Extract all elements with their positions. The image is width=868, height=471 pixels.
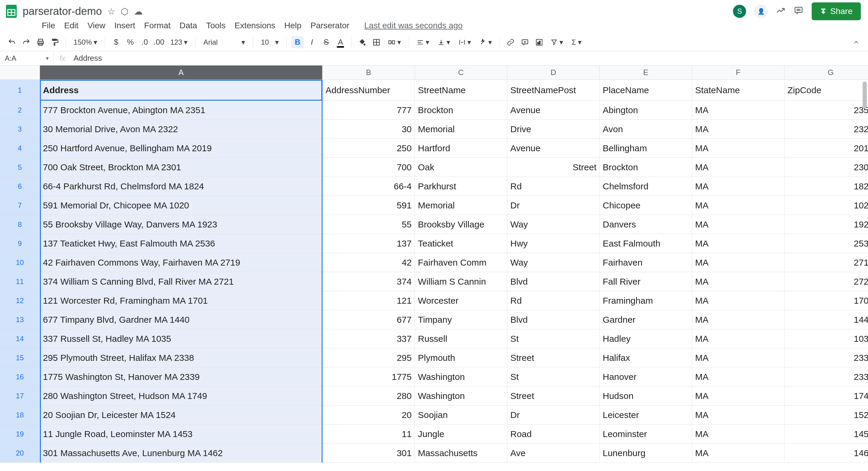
cell[interactable]: East Falmouth — [600, 234, 692, 253]
cell[interactable]: Massachusetts — [415, 444, 507, 463]
cell[interactable]: 374 William S Canning Blvd, Fall River M… — [40, 272, 322, 291]
spreadsheet-grid[interactable]: ABCDEFG1AddressAddressNumberStreetNameSt… — [0, 66, 868, 463]
last-edit-text[interactable]: Last edit was seconds ago — [364, 21, 463, 30]
cell[interactable]: Hanover — [600, 367, 692, 386]
cell[interactable]: Avenue — [507, 139, 600, 158]
menu-edit[interactable]: Edit — [64, 21, 79, 30]
cell[interactable]: Brockton — [600, 158, 692, 177]
row-header[interactable]: 15 — [0, 348, 40, 367]
font-select[interactable]: Arial ▾ — [200, 38, 248, 46]
collapse-toolbar-button[interactable] — [850, 36, 862, 48]
cell[interactable]: MA — [692, 367, 784, 386]
cell[interactable]: 2351 — [784, 101, 868, 120]
cloud-icon[interactable]: ☁ — [134, 6, 143, 17]
cell[interactable]: Brockton — [415, 101, 507, 120]
zoom-select[interactable]: 150% ▾ — [71, 38, 100, 46]
cell[interactable]: 1020 — [784, 196, 868, 215]
text-color-button[interactable]: A — [335, 36, 346, 48]
formula-input[interactable]: Address — [71, 54, 102, 63]
font-size-select[interactable]: 10 ▾ — [258, 38, 282, 46]
cell[interactable]: StateName — [692, 80, 784, 101]
share-button[interactable]: Share — [812, 2, 861, 20]
row-header[interactable]: 16 — [0, 367, 40, 386]
undo-button[interactable] — [6, 36, 18, 48]
cell[interactable]: Rd — [507, 291, 600, 310]
column-header[interactable]: C — [415, 66, 507, 80]
name-box[interactable]: A:A▾ — [0, 51, 54, 65]
cell[interactable]: Worcester — [415, 291, 507, 310]
cell[interactable]: Timpany — [415, 310, 507, 329]
cell[interactable]: 20 Soojian Dr, Leicester MA 1524 — [40, 405, 322, 425]
cell[interactable]: Avenue — [507, 101, 600, 120]
filter-button[interactable]: ▾ — [548, 38, 566, 46]
cell[interactable]: StreetName — [415, 80, 507, 101]
cell[interactable]: Hwy — [507, 234, 600, 253]
menu-help[interactable]: Help — [284, 21, 302, 30]
cell[interactable]: Blvd — [507, 310, 600, 329]
cell[interactable]: Memorial — [415, 196, 507, 215]
cell[interactable]: MA — [692, 272, 784, 291]
cell[interactable]: Street — [507, 158, 600, 177]
cell[interactable]: MA — [692, 101, 784, 120]
cell[interactable]: Dr — [507, 405, 600, 425]
cell[interactable]: 777 Brockton Avenue, Abington MA 2351 — [40, 101, 322, 120]
row-header[interactable]: 11 — [0, 272, 40, 291]
document-title[interactable]: parserator-demo — [23, 5, 102, 18]
cell[interactable]: 591 — [322, 196, 415, 215]
cell[interactable]: Avon — [600, 120, 692, 139]
row-header[interactable]: 13 — [0, 310, 40, 329]
cell[interactable]: Fairhaven — [600, 253, 692, 272]
redo-button[interactable] — [20, 36, 32, 48]
row-header[interactable]: 6 — [0, 177, 40, 196]
cell[interactable]: 1775 Washington St, Hanover MA 2339 — [40, 367, 322, 386]
cell[interactable]: 374 — [322, 272, 415, 291]
cell[interactable]: 1701 — [784, 291, 868, 310]
cell[interactable]: Gardner — [600, 310, 692, 329]
comments-icon[interactable] — [794, 6, 803, 17]
cell[interactable]: Blvd — [507, 272, 600, 291]
cell[interactable]: 677 — [322, 310, 415, 329]
cell[interactable]: 280 Washington Street, Hudson MA 1749 — [40, 386, 322, 405]
cell[interactable]: 1035 — [784, 329, 868, 348]
insert-chart-button[interactable] — [533, 36, 545, 48]
column-header[interactable]: A — [40, 66, 322, 80]
cell[interactable]: MA — [692, 329, 784, 348]
cell[interactable]: Parkhurst — [415, 177, 507, 196]
cell[interactable]: MA — [692, 425, 784, 444]
cell[interactable]: Leominster — [600, 425, 692, 444]
borders-button[interactable] — [371, 36, 382, 48]
menu-extensions[interactable]: Extensions — [235, 21, 275, 30]
row-header[interactable]: 20 — [0, 444, 40, 463]
cell[interactable]: Street — [507, 348, 600, 367]
bold-button[interactable]: B — [291, 36, 304, 48]
cell[interactable]: William S Cannin — [415, 272, 507, 291]
menu-format[interactable]: Format — [144, 21, 171, 30]
row-header[interactable]: 10 — [0, 253, 40, 272]
cell[interactable]: Way — [507, 253, 600, 272]
cell[interactable]: Road — [507, 425, 600, 444]
move-icon[interactable]: ⬡ — [121, 6, 128, 17]
cell[interactable]: PlaceName — [600, 80, 692, 101]
cell[interactable]: 1524 — [784, 405, 868, 425]
cell[interactable]: 2536 — [784, 234, 868, 253]
cell[interactable]: 280 — [322, 386, 415, 405]
row-header[interactable]: 19 — [0, 425, 40, 444]
cell[interactable]: 677 Timpany Blvd, Gardner MA 1440 — [40, 310, 322, 329]
column-header[interactable]: G — [784, 66, 868, 80]
row-header[interactable]: 8 — [0, 215, 40, 234]
cell[interactable]: Brooksby Village — [415, 215, 507, 234]
select-all-corner[interactable] — [0, 66, 40, 80]
cell[interactable]: Memorial — [415, 120, 507, 139]
cell[interactable]: Lunenburg — [600, 444, 692, 463]
cell[interactable]: Danvers — [600, 215, 692, 234]
activity-icon[interactable] — [776, 6, 785, 17]
cell[interactable]: ZipCode — [784, 80, 868, 101]
scrollbar-thumb[interactable] — [863, 81, 867, 108]
cell[interactable]: StreetNamePost — [507, 80, 600, 101]
cell[interactable]: MA — [692, 139, 784, 158]
cell[interactable]: Address — [40, 80, 322, 101]
cell[interactable]: 42 Fairhaven Commons Way, Fairhaven MA 2… — [40, 253, 322, 272]
cell[interactable]: Teaticket — [415, 234, 507, 253]
cell[interactable]: 1440 — [784, 310, 868, 329]
cell[interactable]: MA — [692, 196, 784, 215]
